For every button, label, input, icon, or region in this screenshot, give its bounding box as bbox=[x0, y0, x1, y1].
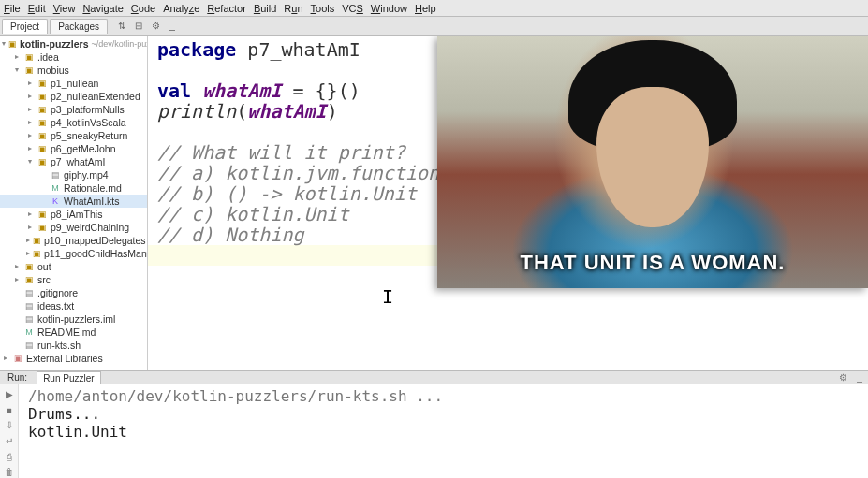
tool-tab-packages[interactable]: Packages bbox=[50, 19, 108, 34]
tree-gitignore[interactable]: ▤.gitignore bbox=[0, 286, 147, 299]
tree-p7-whatami[interactable]: KWhatAmI.kts bbox=[0, 195, 147, 208]
code-caret: I bbox=[157, 285, 393, 308]
tree-src[interactable]: ▸▣src bbox=[0, 273, 147, 286]
console-line-3: kotlin.Unit bbox=[28, 423, 127, 441]
tree-p11[interactable]: ▸▣p11_goodChildHasManyNames bbox=[0, 247, 147, 260]
tree-mobius[interactable]: ▾▣mobius bbox=[0, 64, 147, 77]
menu-help[interactable]: Help bbox=[415, 3, 436, 14]
tree-p3[interactable]: ▸▣p3_platformNulls bbox=[0, 103, 147, 116]
run-label: Run: bbox=[2, 371, 33, 384]
menu-code[interactable]: Code bbox=[131, 3, 155, 14]
tree-p6[interactable]: ▸▣p6_getMeJohn bbox=[0, 142, 147, 155]
menu-navigate[interactable]: Navigate bbox=[82, 3, 123, 14]
tool-tab-row: Project Packages ⇅ ⊟ ⚙ ⎯ bbox=[0, 17, 868, 36]
menu-view[interactable]: View bbox=[53, 3, 76, 14]
console-gutter: ▶ ■ ⇩ ↵ ⎙ 🗑 bbox=[0, 384, 19, 478]
tree-root[interactable]: ▾▣ kotlin-puzzlers ~/dev/kotlin-puzzlers bbox=[0, 37, 147, 51]
run-minimize-icon[interactable]: ⎯ bbox=[853, 372, 866, 383]
video-subtitle: THAT UNIT IS A WOMAN. bbox=[437, 251, 868, 275]
tree-p7[interactable]: ▾▣p7_whatAmI bbox=[0, 155, 147, 168]
code-comment-5: // d) Nothing bbox=[157, 224, 304, 246]
scroll-icon[interactable]: ⇩ bbox=[3, 419, 16, 431]
tree-runkts[interactable]: ▤run-kts.sh bbox=[0, 339, 147, 352]
code-arg-whatami: whatAmI bbox=[247, 100, 326, 123]
run-tab-strip: Run: Run Puzzler ⚙ ⎯ bbox=[0, 370, 868, 384]
run-tab-runpuzzler[interactable]: Run Puzzler bbox=[37, 371, 100, 384]
console-panel: ▶ ■ ⇩ ↵ ⎙ 🗑 /home/anton/dev/kotlin-puzzl… bbox=[0, 384, 868, 478]
code-comment-2: // a) kotlin.jvm.functions. bbox=[157, 162, 462, 184]
code-comment-4: // c) kotlin.Unit bbox=[157, 203, 349, 225]
tool-icons: ⇅ ⊟ ⚙ ⎯ bbox=[115, 20, 179, 33]
tree-p8[interactable]: ▸▣p8_iAmThis bbox=[0, 208, 147, 221]
tree-readme[interactable]: MREADME.md bbox=[0, 326, 147, 339]
tree-p7-rationale[interactable]: MRationale.md bbox=[0, 181, 147, 195]
code-kw-val: val bbox=[157, 80, 191, 102]
tree-p4[interactable]: ▸▣p4_kotlinVsScala bbox=[0, 116, 147, 129]
rerun-icon[interactable]: ▶ bbox=[3, 388, 16, 400]
tree-p9[interactable]: ▸▣p9_weirdChaining bbox=[0, 221, 147, 234]
tree-extlib[interactable]: ▸▣External Libraries bbox=[0, 352, 147, 365]
hide-icon[interactable]: ⎯ bbox=[166, 20, 179, 33]
tool-tab-project[interactable]: Project bbox=[2, 19, 48, 34]
tree-iml[interactable]: ▤kotlin-puzzlers.iml bbox=[0, 312, 147, 326]
menu-vcs[interactable]: VCS bbox=[342, 3, 363, 14]
wrap-icon[interactable]: ↵ bbox=[3, 435, 16, 447]
video-overlay: THAT UNIT IS A WOMAN. bbox=[437, 36, 868, 288]
editor[interactable]: package p7_whatAmI val whatAmI = {}() pr… bbox=[148, 36, 868, 370]
tree-p7-giphy[interactable]: ▤giphy.mp4 bbox=[0, 168, 147, 181]
tree-idea[interactable]: ▸▣.idea bbox=[0, 51, 147, 64]
menu-refactor[interactable]: Refactor bbox=[207, 3, 246, 14]
menu-tools[interactable]: Tools bbox=[311, 3, 335, 14]
console-output[interactable]: /home/anton/dev/kotlin-puzzlers/run-kts.… bbox=[19, 384, 868, 478]
sort-icon[interactable]: ⇅ bbox=[115, 20, 128, 33]
menu-edit[interactable]: Edit bbox=[28, 3, 46, 14]
code-package-name: p7_whatAmI bbox=[236, 38, 360, 61]
tree-p10[interactable]: ▸▣p10_mappedDelegates bbox=[0, 234, 147, 247]
collapse-icon[interactable]: ⊟ bbox=[132, 20, 145, 33]
tree-ideas[interactable]: ▤ideas.txt bbox=[0, 299, 147, 312]
trash-icon[interactable]: 🗑 bbox=[3, 466, 16, 478]
console-line-1: /home/anton/dev/kotlin-puzzlers/run-kts.… bbox=[28, 387, 443, 405]
code-comment-1: // What will it print? bbox=[157, 141, 405, 164]
print-icon[interactable]: ⎙ bbox=[3, 451, 16, 463]
stop-icon[interactable]: ■ bbox=[3, 404, 16, 416]
code-fn-println: println bbox=[157, 100, 236, 123]
gear-icon[interactable]: ⚙ bbox=[149, 20, 162, 33]
menu-window[interactable]: Window bbox=[371, 3, 407, 14]
tree-root-label: kotlin-puzzlers bbox=[20, 37, 89, 51]
project-tree[interactable]: ▾▣ kotlin-puzzlers ~/dev/kotlin-puzzlers… bbox=[0, 36, 148, 370]
tree-p5[interactable]: ▸▣p5_sneakyReturn bbox=[0, 129, 147, 142]
tree-root-path: ~/dev/kotlin-puzzlers bbox=[92, 37, 148, 51]
main-split: ▾▣ kotlin-puzzlers ~/dev/kotlin-puzzlers… bbox=[0, 36, 868, 370]
menu-bar: FFileile Edit View Navigate Code Analyze… bbox=[0, 0, 868, 17]
menu-run[interactable]: Run bbox=[284, 3, 302, 14]
code-kw-package: package bbox=[157, 38, 236, 61]
menu-file[interactable]: FFileile bbox=[4, 3, 21, 14]
menu-analyze[interactable]: Analyze bbox=[163, 3, 199, 14]
run-settings-icon[interactable]: ⚙ bbox=[836, 372, 849, 383]
tree-p2[interactable]: ▸▣p2_nulleanExtended bbox=[0, 90, 147, 103]
code-ident-whatami: whatAmI bbox=[191, 80, 281, 102]
code-l3-rest: = {}() bbox=[281, 80, 360, 102]
tree-p1[interactable]: ▸▣p1_nullean bbox=[0, 77, 147, 90]
tree-out[interactable]: ▸▣out bbox=[0, 260, 147, 273]
console-line-2: Drums... bbox=[28, 405, 100, 423]
code-comment-3: // b) () -> kotlin.Unit bbox=[157, 182, 417, 205]
menu-build[interactable]: Build bbox=[254, 3, 276, 14]
